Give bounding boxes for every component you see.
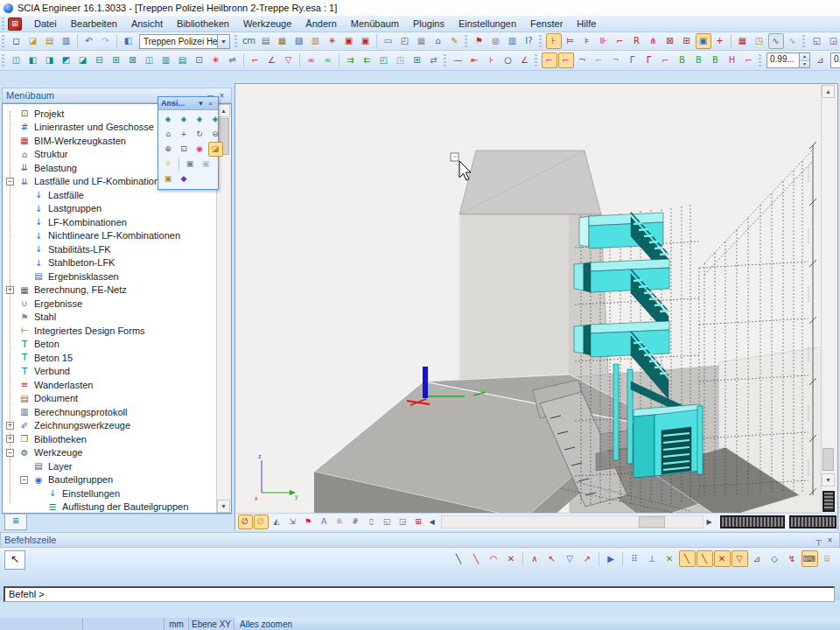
frame-view-1-icon[interactable]: ▣	[341, 33, 357, 49]
spinner-down-icon[interactable]: ▼	[800, 60, 809, 68]
close-icon[interactable]: ×	[206, 100, 215, 108]
tree-item[interactable]: ▤Dokument	[4, 392, 216, 406]
show-axes-icon[interactable]: ◭	[270, 514, 284, 529]
show-mesh-icon[interactable]: #	[348, 514, 363, 529]
open-project-icon[interactable]: ◪	[25, 33, 41, 49]
fixed-dashed-icon[interactable]: ¬	[608, 52, 624, 68]
snap-tangent-icon[interactable]: ↗	[579, 550, 596, 567]
scroll-down-icon[interactable]: ▼	[822, 473, 835, 486]
workspace-panel-icon[interactable]: ◧	[121, 33, 136, 49]
snap-cursor-icon[interactable]: ▽	[562, 550, 578, 567]
tree-item[interactable]: ▤Layer	[4, 459, 216, 473]
tree-item[interactable]: ↓LF-Kombinationen	[4, 215, 216, 229]
profile-question-icon[interactable]: I?	[522, 33, 537, 49]
menu-ndern[interactable]: Ändern	[298, 17, 343, 31]
clipboard-icon[interactable]: ▥	[308, 33, 324, 49]
collapse-box[interactable]: −	[20, 476, 28, 484]
move-center-icon[interactable]: +	[712, 33, 728, 49]
load-panel-tool-icon[interactable]: ⊡	[192, 52, 207, 68]
tree-item[interactable]: ∪Ergebnisse	[4, 297, 216, 311]
tree-tab-icon[interactable]: ⊞	[4, 514, 27, 530]
clip-box-icon[interactable]: ▣	[161, 172, 176, 186]
chart-columns-icon[interactable]: ▥	[505, 33, 521, 49]
viewport-vscrollbar-thumb[interactable]	[822, 448, 834, 471]
render-wireframe-icon[interactable]: ∅	[238, 514, 253, 529]
show-model-icon[interactable]: ⋔	[646, 33, 662, 49]
view-z-icon[interactable]: ◈	[192, 112, 207, 127]
expand-box[interactable]: +	[6, 422, 14, 430]
select-cursor-icon[interactable]: ▶	[603, 550, 620, 567]
rib-tool-icon[interactable]: ⊞	[108, 52, 124, 68]
beam-tool-icon[interactable]: ◧	[25, 52, 41, 68]
show-section-icon[interactable]: ⊞	[679, 33, 695, 49]
plate-tool-icon[interactable]: ◩	[59, 52, 74, 68]
ucs-icon[interactable]: +	[177, 127, 192, 142]
viewport-hscrollbar-thumb[interactable]	[639, 516, 665, 528]
support-tool-icon[interactable]: ▥	[158, 52, 174, 68]
calculator-icon[interactable]: ▦	[275, 33, 290, 49]
tree-item[interactable]: ↓Lastfälle	[4, 188, 216, 202]
snap-polygon-icon[interactable]: ◇	[766, 550, 783, 567]
opening-tool-icon[interactable]: ⊟	[92, 52, 108, 68]
tree-item[interactable]: ≡Wanderlasten	[4, 378, 216, 392]
coordinates-xy-icon[interactable]: ▨	[291, 33, 307, 49]
rotate-view-icon[interactable]: ↻	[192, 127, 207, 142]
save-icon[interactable]: ▥	[59, 33, 74, 49]
hinge-both-ends-icon[interactable]: ⌐	[542, 52, 557, 68]
layers-icon[interactable]: ▤	[258, 33, 274, 49]
spinner-arrows[interactable]: ▲▼	[799, 53, 809, 67]
project-dropdown[interactable]: Treppen Polizei Heil ▼	[139, 34, 230, 49]
menu-menbaum[interactable]: Menübaum	[344, 17, 406, 31]
undo-icon[interactable]: ↶	[81, 33, 97, 49]
line-grid-icon[interactable]: ⊥	[644, 550, 661, 567]
new-window-icon[interactable]: ◱	[809, 33, 825, 49]
zoom-document-icon[interactable]: ◎	[488, 33, 504, 49]
snap-midpoint-x-icon[interactable]: ✕	[662, 550, 678, 567]
numpad-icon[interactable]: ⌸	[819, 550, 836, 567]
green-joint-3-icon[interactable]: B	[708, 52, 724, 68]
keyboard-input-icon[interactable]: ⌨	[802, 550, 818, 567]
show-nodes-icon[interactable]: ⊪	[596, 33, 612, 49]
dot-grid-icon[interactable]: ⠿	[626, 550, 643, 567]
tree-item[interactable]: −⚙Werkzeuge	[4, 446, 216, 460]
pointer-tool-button[interactable]: ↖	[4, 550, 25, 570]
minimized-window-bar-1[interactable]	[720, 515, 785, 528]
show-loads-icon[interactable]: ⊨	[563, 33, 578, 49]
spinner-up-icon[interactable]: ▲	[800, 53, 809, 60]
close-icon[interactable]: ×	[824, 535, 836, 546]
zoom-window-icon[interactable]: ⊡	[177, 142, 192, 157]
tree-item[interactable]: TBeton	[4, 338, 216, 352]
menu-einstellungen[interactable]: Einstellungen	[452, 17, 523, 31]
units-mm-cm-icon[interactable]: cm	[242, 33, 257, 49]
view-axo-icon[interactable]: ◈	[208, 112, 223, 127]
fixed-both-icon[interactable]: ⌐	[592, 52, 607, 68]
section-ribbon-icon[interactable]: ⚑	[472, 33, 487, 49]
view-y-icon[interactable]: ◈	[177, 112, 192, 127]
wireframe-off-icon[interactable]: ∿	[785, 33, 801, 49]
wall-tool-icon[interactable]: ◪	[75, 52, 91, 68]
move-member-icon[interactable]: ⇄	[426, 52, 442, 68]
new-project-icon[interactable]: ◻	[9, 33, 24, 49]
view-palette-header[interactable]: Ansi... ▼ ×	[158, 97, 218, 110]
hide-selection-icon[interactable]: ⊠	[662, 33, 678, 49]
haunch-tool-icon[interactable]: ⊠	[125, 52, 141, 68]
document-edit-icon[interactable]: ✎	[447, 33, 463, 49]
tree-item[interactable]: +❒Bibliotheken	[4, 432, 216, 446]
tree-item[interactable]: TBeton 15	[4, 351, 216, 365]
show-labels-icon[interactable]: ⊧	[579, 33, 595, 49]
open-results-icon[interactable]: ◳	[752, 33, 767, 49]
wireframe-on-icon[interactable]: ∿	[768, 33, 784, 49]
tree-item[interactable]: ▥Berechnungsprotokoll	[4, 405, 216, 419]
rigid-corner-icon[interactable]: Γ	[625, 52, 640, 68]
menu-bearbeiten[interactable]: Bearbeiten	[64, 17, 124, 31]
show-supports-icon[interactable]: ⊦	[546, 33, 562, 49]
calculator-2-icon[interactable]: ▦	[414, 33, 430, 49]
snap-vertex-icon[interactable]: ∧	[527, 550, 543, 567]
render-window-icon[interactable]: ▣	[696, 33, 711, 49]
pair-red-icon[interactable]: ∞	[304, 52, 319, 68]
calc-small-icon[interactable]: ▦	[735, 33, 751, 49]
light-icon[interactable]: ☼	[161, 157, 176, 172]
snap-line-icon[interactable]: ╲	[451, 550, 467, 567]
expand-box[interactable]: +	[6, 286, 14, 294]
rotate-red-icon[interactable]: ⊿	[813, 52, 829, 68]
